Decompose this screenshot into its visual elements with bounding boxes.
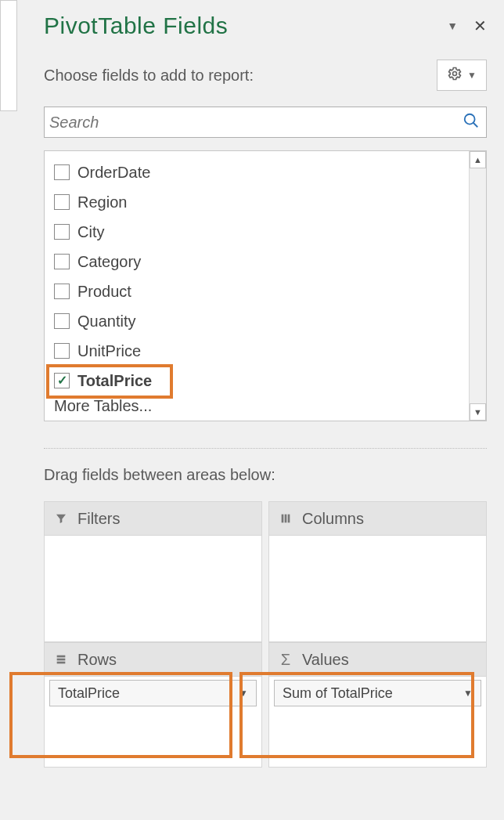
area-item[interactable]: TotalPrice▼ xyxy=(49,680,257,706)
field-list-scrollbar[interactable]: ▲ ▼ xyxy=(469,151,486,421)
field-checkbox[interactable] xyxy=(54,164,70,180)
pane-header: PivotTable Fields ▼ ✕ xyxy=(44,8,487,39)
filters-dropzone[interactable] xyxy=(44,536,262,642)
field-row-totalprice[interactable]: TotalPrice xyxy=(51,366,469,396)
subhead-label: Choose fields to add to report: xyxy=(44,67,254,85)
scroll-up-button[interactable]: ▲ xyxy=(470,151,486,168)
subhead-row: Choose fields to add to report: ▼ xyxy=(44,60,487,91)
field-label: UnitPrice xyxy=(77,342,141,360)
rows-dropzone[interactable]: TotalPrice▼ xyxy=(44,677,262,768)
field-row-region[interactable]: Region xyxy=(51,187,469,217)
more-tables-link[interactable]: More Tables... xyxy=(51,397,469,415)
columns-header: Columns xyxy=(268,501,487,536)
search-input[interactable] xyxy=(49,114,463,132)
pivottable-fields-pane: PivotTable Fields ▼ ✕ Choose fields to a… xyxy=(27,0,504,820)
field-checkbox[interactable] xyxy=(54,373,70,388)
values-dropzone[interactable]: Sum of TotalPrice▼ xyxy=(268,677,487,768)
filter-icon xyxy=(54,512,68,525)
filters-header: Filters xyxy=(44,501,262,536)
area-item-label: Sum of TotalPrice xyxy=(283,685,393,702)
columns-area[interactable]: Columns xyxy=(268,501,487,642)
field-checkbox[interactable] xyxy=(54,224,70,240)
search-box[interactable] xyxy=(44,107,487,138)
field-row-city[interactable]: City xyxy=(51,217,469,247)
svg-line-2 xyxy=(473,123,478,128)
search-icon[interactable] xyxy=(463,112,480,132)
gear-icon xyxy=(447,66,463,85)
field-label: Product xyxy=(77,283,131,301)
field-label: OrderDate xyxy=(77,164,150,182)
svg-rect-4 xyxy=(285,515,287,523)
area-item-label: TotalPrice xyxy=(58,685,120,702)
field-row-orderdate[interactable]: OrderDate xyxy=(51,157,469,187)
field-checkbox[interactable] xyxy=(54,284,70,299)
rows-area[interactable]: Rows TotalPrice▼ xyxy=(44,642,262,768)
divider xyxy=(44,448,487,449)
chevron-down-icon[interactable]: ▼ xyxy=(463,688,473,699)
values-header: Σ Values xyxy=(268,642,487,677)
field-checkbox[interactable] xyxy=(54,343,70,359)
pane-options-dropdown-icon[interactable]: ▼ xyxy=(447,20,458,32)
field-label: Category xyxy=(77,253,141,271)
svg-rect-7 xyxy=(57,659,66,661)
fields-list: OrderDateRegionCityCategoryProductQuanti… xyxy=(44,150,487,421)
field-row-unitprice[interactable]: UnitPrice xyxy=(51,336,469,366)
chevron-down-icon: ▼ xyxy=(467,70,477,81)
values-area[interactable]: Σ Values Sum of TotalPrice▼ xyxy=(268,642,487,768)
field-label: Region xyxy=(77,193,127,211)
columns-dropzone[interactable] xyxy=(268,536,487,642)
pane-controls: ▼ ✕ xyxy=(447,16,487,35)
field-checkbox[interactable] xyxy=(54,254,70,269)
field-label: TotalPrice xyxy=(77,372,152,390)
svg-rect-5 xyxy=(288,515,290,523)
drag-areas-label: Drag fields between areas below: xyxy=(44,466,487,484)
field-checkbox[interactable] xyxy=(54,313,70,329)
sigma-icon: Σ xyxy=(279,651,293,669)
svg-point-1 xyxy=(465,114,475,125)
pane-title: PivotTable Fields xyxy=(44,13,228,39)
drop-areas-grid: Filters Columns xyxy=(44,501,487,768)
rows-header: Rows xyxy=(44,642,262,677)
chevron-down-icon[interactable]: ▼ xyxy=(239,688,248,699)
columns-label: Columns xyxy=(302,510,364,528)
worksheet-edge xyxy=(0,0,17,111)
rows-icon xyxy=(54,653,68,666)
close-icon[interactable]: ✕ xyxy=(473,16,487,35)
svg-rect-8 xyxy=(57,662,66,664)
field-list-options-button[interactable]: ▼ xyxy=(437,60,487,91)
filters-label: Filters xyxy=(77,510,120,528)
field-row-quantity[interactable]: Quantity xyxy=(51,306,469,336)
rows-label: Rows xyxy=(77,651,117,669)
values-label: Values xyxy=(302,651,349,669)
svg-rect-3 xyxy=(282,515,284,523)
field-label: Quantity xyxy=(77,312,135,331)
scroll-down-button[interactable]: ▼ xyxy=(470,403,486,421)
field-row-product[interactable]: Product xyxy=(51,276,469,306)
columns-icon xyxy=(279,512,293,525)
filters-area[interactable]: Filters xyxy=(44,501,262,642)
field-row-category[interactable]: Category xyxy=(51,247,469,276)
svg-rect-6 xyxy=(57,656,66,658)
field-label: City xyxy=(77,223,104,241)
area-item[interactable]: Sum of TotalPrice▼ xyxy=(274,680,481,706)
svg-point-0 xyxy=(453,72,457,76)
field-checkbox[interactable] xyxy=(54,194,70,210)
